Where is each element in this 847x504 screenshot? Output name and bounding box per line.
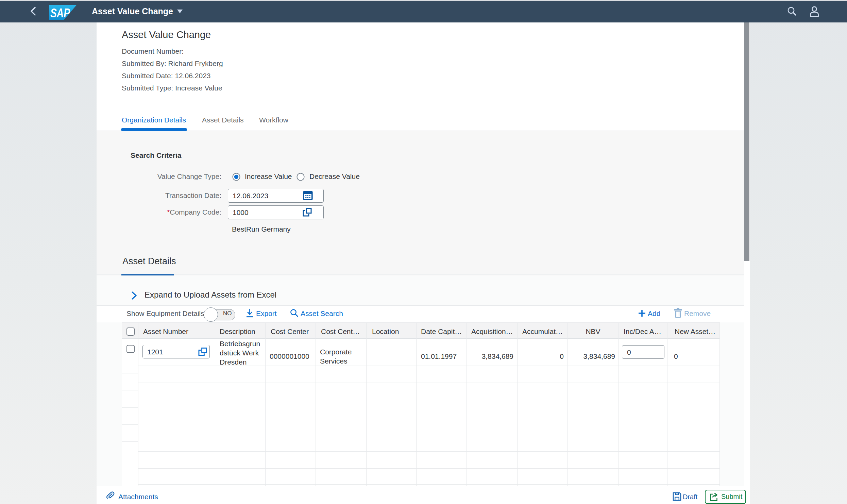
svg-text:SAP: SAP bbox=[50, 6, 70, 20]
